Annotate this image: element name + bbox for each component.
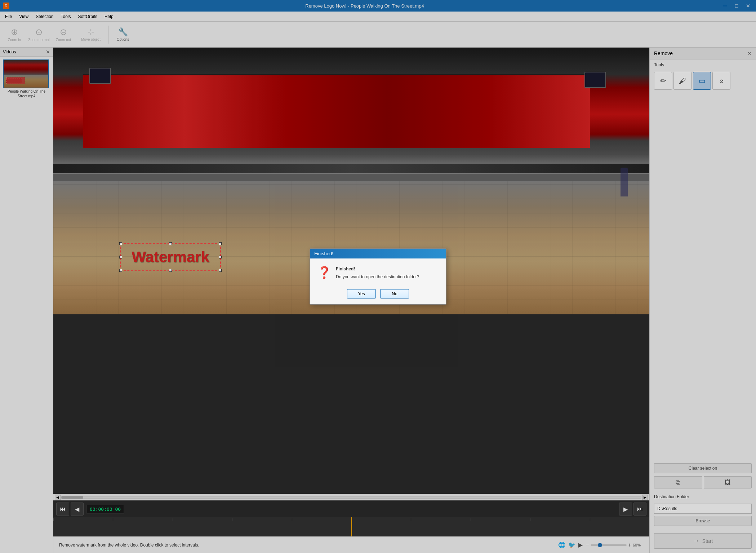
dialog-titlebar: Finished! xyxy=(310,249,446,258)
dialog-yes-button[interactable]: Yes xyxy=(347,289,376,298)
dialog-message: Finished! Do you want to open the destin… xyxy=(336,266,419,280)
dialog-message-title: Finished! xyxy=(336,266,419,273)
dialog-buttons: Yes No xyxy=(310,286,446,304)
dialog-overlay: Finished! ❓ Finished! Do you want to ope… xyxy=(0,0,756,553)
finished-dialog: Finished! ❓ Finished! Do you want to ope… xyxy=(310,248,446,304)
dialog-question-icon: ❓ xyxy=(317,266,332,279)
dialog-body: ❓ Finished! Do you want to open the dest… xyxy=(310,258,446,286)
dialog-message-body: Do you want to open the destination fold… xyxy=(336,274,419,279)
dialog-no-button[interactable]: No xyxy=(380,289,409,298)
dialog-title: Finished! xyxy=(314,251,333,256)
